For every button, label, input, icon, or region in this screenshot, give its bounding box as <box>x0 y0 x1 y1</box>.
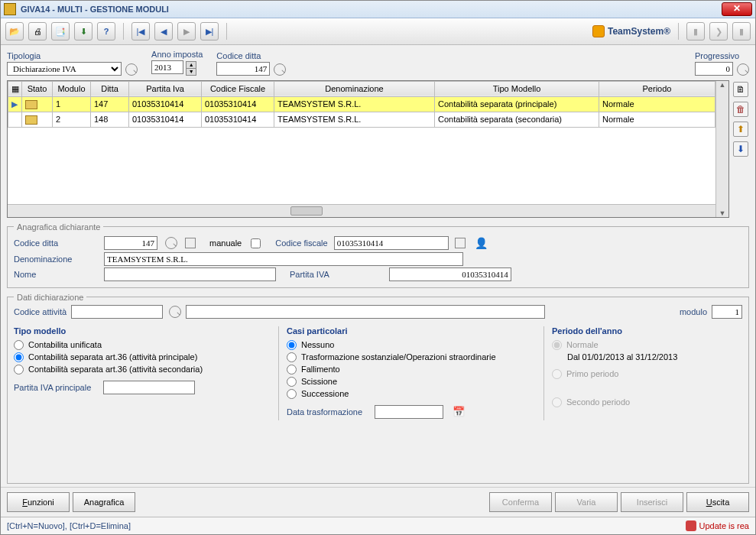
periodo-secondo-radio <box>552 397 562 407</box>
casi-sciss-radio[interactable] <box>287 377 297 387</box>
prev-record-icon[interactable]: ◀ <box>154 22 173 41</box>
piva-princ-input[interactable] <box>103 381 195 394</box>
casi-nessuno-label: Nessuno <box>301 340 334 349</box>
open-icon[interactable]: 📂 <box>5 22 24 41</box>
anag-cf-input[interactable] <box>334 236 449 250</box>
col-denom[interactable]: Denominazione <box>274 81 435 96</box>
doc1-icon[interactable]: ▮ <box>686 22 705 41</box>
periodo-primo-radio <box>552 369 562 379</box>
col-periodo[interactable]: Periodo <box>599 81 715 96</box>
tipologia-search-icon[interactable] <box>125 63 138 76</box>
grid-vscroll[interactable]: ▲▼ <box>715 81 728 217</box>
periodo-primo-label: Primo periodo <box>566 369 618 378</box>
progressivo-field: Progressivo <box>695 51 749 76</box>
manuale-checkbox[interactable] <box>251 238 261 248</box>
tipologia-select[interactable]: Dichiarazione IVA <box>7 62 122 76</box>
cell-piva: 01035310414 <box>129 112 202 127</box>
cell-stato <box>22 96 53 112</box>
last-record-icon[interactable]: ▶| <box>200 22 219 41</box>
anag-cf-check-icon[interactable] <box>455 238 466 248</box>
side-doc-icon[interactable]: 🗎 <box>733 82 748 97</box>
tipo-unificata-radio[interactable] <box>14 340 24 350</box>
progressivo-search-icon[interactable] <box>737 63 749 76</box>
grid-header-row: ▦ Stato Modulo Ditta Partita Iva Codice … <box>8 81 715 96</box>
tipo-principale-radio[interactable] <box>14 352 24 362</box>
side-down-icon[interactable]: ⬇ <box>733 141 748 157</box>
col-cf[interactable]: Codice Fiscale <box>202 81 274 96</box>
status-bar: [Ctrl+N=Nuovo], [Ctrl+D=Elimina] Update … <box>1 517 755 534</box>
anag-codice-ditta-input[interactable] <box>104 236 157 250</box>
periodo-col: Periodo dell'anno Normale Dal 01/01/2013… <box>543 326 742 420</box>
col-ditta[interactable]: Ditta <box>91 81 129 96</box>
anag-aux-icon[interactable] <box>185 238 196 248</box>
anag-piva-label: Partita IVA <box>290 270 329 279</box>
casi-fall-radio[interactable] <box>287 365 297 374</box>
codice-ditta-label: Codice ditta <box>14 238 98 248</box>
casi-nessuno-radio[interactable] <box>287 340 297 350</box>
codatt-search-icon[interactable] <box>169 306 181 318</box>
col-modulo[interactable]: Modulo <box>53 81 91 96</box>
progressivo-input[interactable] <box>695 62 733 76</box>
side-delete-icon[interactable]: 🗑 <box>733 102 748 117</box>
casi-succ-radio[interactable] <box>287 389 297 399</box>
funzioni-button[interactable]: FFunzioniunzioni <box>7 492 70 512</box>
col-piva[interactable]: Partita Iva <box>129 81 202 96</box>
print-icon[interactable]: 🖨 <box>28 22 47 41</box>
grid-row[interactable]: ▶ 1 147 01035310414 01035310414 TEAMSYST… <box>8 96 715 112</box>
uscita-button[interactable]: UscitaUscita <box>686 492 749 512</box>
anag-nome-input[interactable] <box>104 268 276 281</box>
update-indicator[interactable]: Update is rea <box>686 520 749 531</box>
side-up-icon[interactable]: ⬆ <box>733 122 748 137</box>
data-trasf-label: Data trasformazione <box>287 407 362 417</box>
anno-down-icon[interactable]: ▼ <box>186 69 196 76</box>
dati-legend: Dati dichiarazione <box>14 293 86 302</box>
piva-princ-label: Partita IVA principale <box>14 383 91 392</box>
anno-input[interactable] <box>151 60 183 74</box>
grid-corner[interactable]: ▦ <box>8 81 22 96</box>
close-button[interactable]: ✕ <box>722 2 752 16</box>
anagrafica-button[interactable]: Anagrafica <box>73 492 135 512</box>
col-stato[interactable]: Stato <box>22 81 53 96</box>
window-title: GIVA14 - MULTI - GESTIONE MODULI <box>21 5 722 14</box>
grid-hscroll[interactable] <box>8 204 715 217</box>
casi-trasf-radio[interactable] <box>287 352 297 362</box>
next-record-icon[interactable]: ▶ <box>177 22 196 41</box>
first-record-icon[interactable]: |◀ <box>131 22 150 41</box>
doc2-icon[interactable]: ❯ <box>709 22 728 41</box>
anno-field: Anno imposta ▲ ▼ <box>151 50 203 76</box>
tipo-secondaria-label: Contabilità separata art.36 (attività se… <box>28 365 203 374</box>
nome-label: Nome <box>14 270 98 279</box>
anno-up-icon[interactable]: ▲ <box>186 61 196 69</box>
copy-icon[interactable]: 📑 <box>51 22 70 41</box>
anag-piva-input[interactable] <box>389 268 511 281</box>
cell-ditta: 147 <box>91 96 129 112</box>
tipo-modello-col: Tipo modello Contabilita unificata Conta… <box>14 326 274 420</box>
cell-tipo: Contabilità separata (principale) <box>435 96 599 112</box>
col-tipo[interactable]: Tipo Modello <box>435 81 599 96</box>
cell-stato <box>22 112 53 127</box>
codice-ditta-search-icon[interactable] <box>274 63 286 76</box>
codice-ditta-input[interactable] <box>216 62 270 76</box>
codatt-input[interactable] <box>71 305 163 319</box>
anag-codice-ditta-search-icon[interactable] <box>165 237 177 249</box>
filter-row: Tipologia Dichiarazione IVA Anno imposta… <box>7 50 749 76</box>
modulo-input[interactable] <box>712 305 742 319</box>
doc3-icon[interactable]: ▮ <box>732 22 751 41</box>
cell-tipo: Contabilità separata (secondaria) <box>435 112 599 127</box>
excel-icon[interactable]: ⬇ <box>74 22 92 41</box>
inserisci-button[interactable]: Inserisci <box>621 492 683 512</box>
calendar-icon[interactable]: 📅 <box>453 406 465 417</box>
app-window: GIVA14 - MULTI - GESTIONE MODULI ✕ 📂 🖨 📑… <box>0 0 756 535</box>
varia-button[interactable]: Varia <box>555 492 618 512</box>
cell-modulo: 2 <box>53 112 91 127</box>
codatt-desc-input[interactable] <box>186 305 545 319</box>
anag-denom-input[interactable] <box>104 252 463 266</box>
dati-fieldset: Dati dichiarazione Codice attività modul… <box>7 293 749 484</box>
conferma-button[interactable]: Conferma <box>489 492 552 512</box>
help-icon[interactable]: ? <box>97 22 115 41</box>
data-trasf-input[interactable] <box>375 405 443 419</box>
grid-row[interactable]: 2 148 01035310414 01035310414 TEAMSYSTEM… <box>8 112 715 127</box>
casi-fall-label: Fallimento <box>301 365 340 374</box>
moduli-grid[interactable]: ▦ Stato Modulo Ditta Partita Iva Codice … <box>7 80 729 218</box>
tipo-secondaria-radio[interactable] <box>14 365 24 374</box>
